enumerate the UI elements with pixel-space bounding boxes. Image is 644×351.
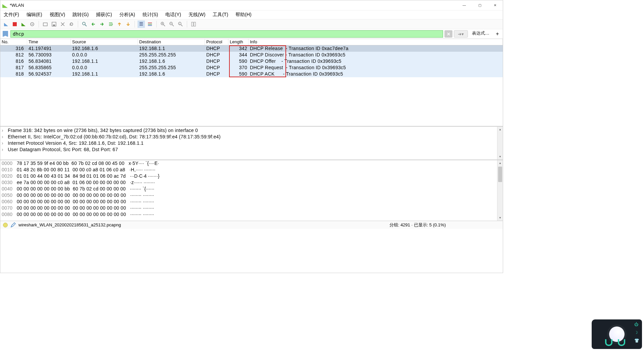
menu-item[interactable]: 分析(A) bbox=[119, 12, 135, 18]
hex-offset: 0050 bbox=[0, 192, 12, 198]
detail-tree-item[interactable]: › Frame 316: 342 bytes on wire (2736 bit… bbox=[0, 127, 503, 134]
bytes-scrollbar[interactable]: ▲ ▼ bbox=[497, 160, 503, 221]
add-filter-button[interactable]: + bbox=[493, 30, 501, 38]
toolbar-save-file[interactable] bbox=[50, 20, 58, 28]
expand-icon[interactable]: › bbox=[2, 146, 6, 153]
hex-row[interactable]: 0050 00 00 00 00 00 00 00 00 00 00 00 00… bbox=[0, 192, 503, 199]
hex-row[interactable]: 0080 00 00 00 00 00 00 00 00 00 00 00 00… bbox=[0, 211, 503, 218]
cell-time: 56.835865 bbox=[27, 64, 71, 71]
menu-item[interactable]: 工具(T) bbox=[213, 12, 228, 18]
svg-rect-14 bbox=[192, 22, 193, 26]
packet-row[interactable]: 81656.834081192.168.1.1192.168.1.6DHCP59… bbox=[0, 58, 503, 64]
status-bar: wireshark_WLAN_20200202185631_a25132.pca… bbox=[0, 221, 503, 229]
scroll-down-icon[interactable]: ▼ bbox=[497, 215, 503, 221]
maximize-button[interactable]: ▢ bbox=[472, 0, 487, 10]
svg-text:1: 1 bbox=[179, 23, 180, 25]
packet-row[interactable]: 81256.7300930.0.0.0255.255.255.255DHCP34… bbox=[0, 52, 503, 58]
hex-row[interactable]: 0070 00 00 00 00 00 00 00 00 00 00 00 00… bbox=[0, 205, 503, 211]
cell-protocol: DHCP bbox=[205, 58, 228, 64]
close-button[interactable]: ✕ bbox=[487, 0, 503, 10]
detail-tree-item[interactable]: › Internet Protocol Version 4, Src: 192.… bbox=[0, 140, 503, 146]
filter-clear-button[interactable]: ✕ bbox=[444, 30, 452, 38]
packet-details-pane[interactable]: › Frame 316: 342 bytes on wire (2736 bit… bbox=[0, 126, 503, 160]
hex-offset: 0010 bbox=[0, 167, 12, 172]
toolbar-colorize[interactable] bbox=[146, 20, 154, 28]
detail-tree-item[interactable]: › User Datagram Protocol, Src Port: 68, … bbox=[0, 146, 503, 153]
svg-point-6 bbox=[83, 22, 85, 25]
edit-icon[interactable] bbox=[10, 222, 16, 228]
details-scrollbar[interactable]: ▲ ▼ bbox=[497, 127, 503, 160]
menu-item[interactable]: 文件(F) bbox=[4, 12, 19, 18]
toolbar-restart-capture[interactable] bbox=[20, 20, 27, 28]
display-filter-input[interactable] bbox=[10, 30, 443, 38]
cell-no: 816 bbox=[0, 58, 27, 64]
toolbar-go-last[interactable] bbox=[124, 20, 132, 28]
col-source[interactable]: Source bbox=[71, 39, 138, 45]
packet-row[interactable]: 81756.8358650.0.0.0255.255.255.255DHCP37… bbox=[0, 64, 503, 71]
toolbar-find[interactable] bbox=[81, 20, 88, 28]
menu-item[interactable]: 帮助(H) bbox=[235, 12, 251, 18]
toolbar-reload[interactable] bbox=[68, 20, 75, 28]
menu-item[interactable]: 视图(V) bbox=[50, 12, 65, 18]
scroll-thumb[interactable] bbox=[498, 167, 502, 182]
cell-protocol: DHCP bbox=[205, 71, 228, 77]
col-info[interactable]: Info bbox=[249, 39, 503, 45]
toolbar-go-back[interactable] bbox=[90, 20, 97, 28]
menu-item[interactable]: 编辑(E) bbox=[26, 12, 42, 18]
packet-bytes-pane[interactable]: 0000 78 17 35 59 9f e4 00 bb 60 7b 02 cd… bbox=[0, 160, 503, 221]
col-length[interactable]: Length bbox=[228, 39, 249, 45]
scroll-up-icon[interactable]: ▲ bbox=[497, 160, 503, 166]
toolbar-resize-columns[interactable] bbox=[190, 20, 197, 28]
cell-info: DHCP Offer - Transaction ID 0x39693c5 bbox=[249, 58, 503, 64]
packet-row[interactable]: 81856.924537192.168.1.1192.168.1.6DHCP59… bbox=[0, 71, 503, 77]
toolbar-open-file[interactable] bbox=[42, 20, 49, 28]
toolbar-close-file[interactable] bbox=[59, 20, 66, 28]
cell-info: DHCP Release - Transaction ID 0xac7dee7a bbox=[249, 45, 503, 52]
expression-button[interactable]: 表达式… bbox=[469, 30, 492, 38]
toolbar-zoom-out[interactable] bbox=[168, 20, 175, 28]
toolbar-stop-capture[interactable] bbox=[11, 20, 18, 28]
menu-item[interactable]: 捕获(C) bbox=[96, 12, 112, 18]
cell-length: 344 bbox=[228, 52, 249, 58]
hex-row[interactable]: 0040 00 00 00 00 00 00 00 bb 60 7b 02 cd… bbox=[0, 186, 503, 192]
packet-list[interactable]: 31641.197491192.168.1.6192.168.1.1DHCP34… bbox=[0, 45, 503, 126]
col-protocol[interactable]: Protocol bbox=[205, 39, 228, 45]
filter-apply-dropdown[interactable]: ➔▾ bbox=[454, 30, 468, 38]
bookmark-icon[interactable] bbox=[2, 31, 8, 37]
col-no[interactable]: No. bbox=[0, 39, 27, 45]
toolbar-zoom-reset[interactable]: 1 bbox=[177, 20, 184, 28]
packet-row[interactable]: 31641.197491192.168.1.6192.168.1.1DHCP34… bbox=[0, 45, 503, 52]
detail-tree-item[interactable]: › Ethernet II, Src: IntelCor_7b:02:cd (0… bbox=[0, 134, 503, 140]
svg-rect-15 bbox=[194, 22, 196, 26]
hex-row[interactable]: 0000 78 17 35 59 9f e4 00 bb 60 7b 02 cd… bbox=[0, 160, 503, 167]
toolbar-go-to-packet[interactable] bbox=[107, 20, 114, 28]
col-destination[interactable]: Destination bbox=[138, 39, 205, 45]
hex-row[interactable]: 0020 01 01 00 44 00 43 01 34 84 9d 01 01… bbox=[0, 173, 503, 179]
expand-icon[interactable]: › bbox=[2, 134, 6, 140]
toolbar-go-forward[interactable] bbox=[98, 20, 106, 28]
toolbar-auto-scroll[interactable] bbox=[138, 20, 145, 28]
toolbar-zoom-in[interactable] bbox=[159, 20, 167, 28]
cell-info: DHCP Discover - Transaction ID 0x39693c5 bbox=[249, 52, 503, 58]
menu-item[interactable]: 电话(Y) bbox=[165, 12, 181, 18]
expand-icon[interactable]: › bbox=[2, 140, 6, 146]
scroll-up-icon[interactable]: ▲ bbox=[497, 127, 503, 132]
menu-item[interactable]: 跳转(G) bbox=[72, 12, 89, 18]
minimize-button[interactable]: — bbox=[457, 0, 472, 10]
cell-protocol: DHCP bbox=[205, 52, 228, 58]
toolbar-go-first[interactable] bbox=[116, 20, 123, 28]
menu-item[interactable]: 无线(W) bbox=[189, 12, 206, 18]
menu-item[interactable]: 统计(S) bbox=[143, 12, 158, 18]
scroll-down-icon[interactable]: ▼ bbox=[497, 154, 503, 160]
col-time[interactable]: Time bbox=[27, 39, 71, 45]
expand-icon[interactable]: › bbox=[2, 127, 6, 134]
display-filter-textbox[interactable] bbox=[13, 31, 441, 37]
hex-offset: 0040 bbox=[0, 186, 12, 191]
hex-row[interactable]: 0010 01 48 2c 8b 00 00 80 11 00 00 c0 a8… bbox=[0, 167, 503, 173]
packet-list-header[interactable]: No. Time Source Destination Protocol Len… bbox=[0, 39, 503, 45]
hex-row[interactable]: 0030 ee 7a 00 00 00 00 c0 a8 01 06 00 00… bbox=[0, 179, 503, 186]
toolbar-capture-options[interactable] bbox=[29, 20, 36, 28]
hex-row[interactable]: 0060 00 00 00 00 00 00 00 00 00 00 00 00… bbox=[0, 199, 503, 205]
toolbar-start-capture[interactable] bbox=[2, 20, 10, 28]
expert-info-icon[interactable] bbox=[3, 223, 8, 227]
